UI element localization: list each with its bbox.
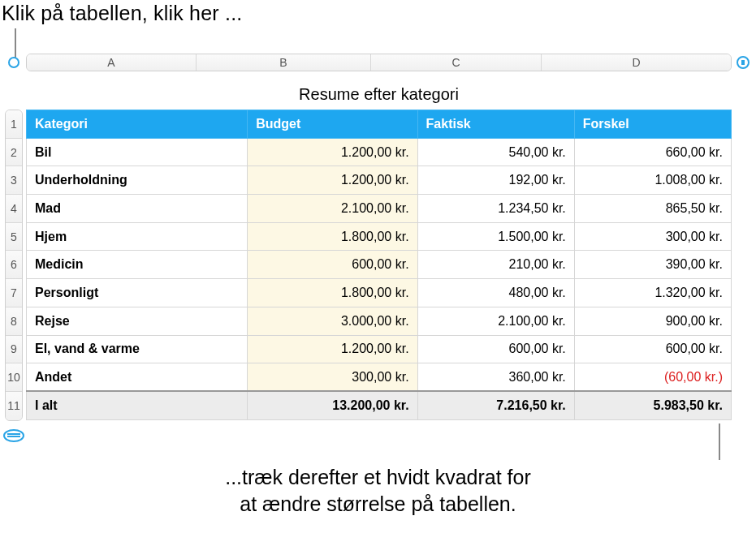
table-select-circle-icon [8,57,19,68]
cell-forskel[interactable]: 600,00 kr. [574,335,731,363]
table-row: Medicin 600,00 kr. 210,00 kr. 390,00 kr. [27,251,732,279]
cell-kategori[interactable]: Hjem [27,222,248,251]
column-header-b[interactable]: B [197,54,371,71]
callout-bottom-leader [719,423,720,460]
cell-faktisk[interactable]: 210,00 kr. [417,251,574,279]
table-select-handle[interactable] [2,52,26,73]
table-row: Mad 2.100,00 kr. 1.234,50 kr. 865,50 kr. [27,195,732,223]
row-header-bar: 1 2 3 4 5 6 7 8 9 10 11 [2,80,26,442]
cell-faktisk[interactable]: 1.234,50 kr. [417,195,574,223]
th-faktisk[interactable]: Faktisk [417,110,574,139]
cell-total-faktisk[interactable]: 7.216,50 kr. [417,391,574,419]
add-row-handle[interactable] [3,429,24,442]
row-header-8[interactable]: 8 [6,307,22,336]
column-header-bar: A B C D [2,52,754,73]
cell-forskel[interactable]: 900,00 kr. [574,307,731,335]
th-budget[interactable]: Budget [248,110,417,139]
cell-budget[interactable]: 1.200,00 kr. [248,335,417,363]
cell-budget[interactable]: 1.200,00 kr. [248,138,417,166]
cell-kategori[interactable]: Medicin [27,251,248,279]
cell-forskel[interactable]: 390,00 kr. [574,251,731,279]
cell-faktisk[interactable]: 480,00 kr. [417,279,574,307]
table-wrapper: Resume efter kategori Kategori Budget Fa… [26,80,732,442]
cell-faktisk[interactable]: 540,00 kr. [417,138,574,166]
column-headers: A B C D [26,54,732,71]
cell-faktisk[interactable]: 192,00 kr. [417,166,574,195]
callout-bottom-line2: at ændre størrelse på tabellen. [240,492,516,515]
cell-budget[interactable]: 3.000,00 kr. [248,307,417,335]
table-header-row: Kategori Budget Faktisk Forskel [27,110,732,139]
table-row: Personligt 1.800,00 kr. 480,00 kr. 1.320… [27,279,732,307]
cell-forskel[interactable]: 300,00 kr. [574,222,731,251]
row-header-10[interactable]: 10 [6,363,22,392]
row-header-1[interactable]: 1 [6,110,22,139]
cell-forskel[interactable]: 660,00 kr. [574,138,731,166]
table-row: Rejse 3.000,00 kr. 2.100,00 kr. 900,00 k… [27,307,732,335]
columns-handle-icon [737,56,750,69]
column-header-d[interactable]: D [542,54,731,71]
table-total-row: I alt 13.200,00 kr. 7.216,50 kr. 5.983,5… [27,391,732,419]
table-row: Bil 1.200,00 kr. 540,00 kr. 660,00 kr. [27,138,732,166]
row-header-6[interactable]: 6 [6,251,22,279]
row-header-4[interactable]: 4 [6,195,22,223]
cell-total-budget[interactable]: 13.200,00 kr. [248,391,417,419]
column-header-c[interactable]: C [371,54,542,71]
budget-table: Kategori Budget Faktisk Forskel Bil 1.20… [26,110,732,420]
cell-forskel[interactable]: (60,00 kr.) [574,363,731,392]
cell-kategori[interactable]: Andet [27,363,248,392]
cell-kategori[interactable]: Bil [27,138,248,166]
cell-budget[interactable]: 300,00 kr. [248,363,417,392]
table-row: Hjem 1.800,00 kr. 1.500,00 kr. 300,00 kr… [27,222,732,251]
row-header-5[interactable]: 5 [6,223,22,252]
cell-forskel[interactable]: 1.008,00 kr. [574,166,731,195]
row-header-9[interactable]: 9 [6,336,22,364]
cell-kategori[interactable]: Mad [27,195,248,223]
cell-faktisk[interactable]: 600,00 kr. [417,335,574,363]
cell-budget[interactable]: 600,00 kr. [248,251,417,279]
cell-forskel[interactable]: 1.320,00 kr. [574,279,731,307]
table-title[interactable]: Resume efter kategori [26,80,732,110]
add-column-handle[interactable] [732,56,754,69]
cell-kategori[interactable]: Personligt [27,279,248,307]
cell-kategori[interactable]: Underholdning [27,166,248,195]
cell-faktisk[interactable]: 2.100,00 kr. [417,307,574,335]
column-header-a[interactable]: A [27,54,197,71]
row-header-3[interactable]: 3 [6,166,22,195]
spreadsheet-frame: A B C D 1 2 3 4 5 6 7 8 9 10 11 [2,52,754,442]
table-row: Underholdning 1.200,00 kr. 192,00 kr. 1.… [27,166,732,195]
cell-total-forskel[interactable]: 5.983,50 kr. [574,391,731,419]
cell-total-label[interactable]: I alt [27,391,248,419]
cell-faktisk[interactable]: 360,00 kr. [417,363,574,392]
th-forskel[interactable]: Forskel [574,110,731,139]
row-headers: 1 2 3 4 5 6 7 8 9 10 11 [5,110,23,421]
callout-bottom: ...træk derefter et hvidt kvadrat for at… [0,464,756,517]
callout-top: Klik på tabellen, klik her ... [2,2,242,25]
cell-kategori[interactable]: El, vand & varme [27,335,248,363]
cell-budget[interactable]: 1.800,00 kr. [248,279,417,307]
cell-budget[interactable]: 1.800,00 kr. [248,222,417,251]
table-row: Andet 300,00 kr. 360,00 kr. (60,00 kr.) [27,363,732,392]
cell-kategori[interactable]: Rejse [27,307,248,335]
row-header-7[interactable]: 7 [6,279,22,307]
th-kategori[interactable]: Kategori [27,110,248,139]
table-row: El, vand & varme 1.200,00 kr. 600,00 kr.… [27,335,732,363]
cell-budget[interactable]: 2.100,00 kr. [248,195,417,223]
cell-forskel[interactable]: 865,50 kr. [574,195,731,223]
row-header-2[interactable]: 2 [6,139,22,167]
row-header-11[interactable]: 11 [6,392,22,420]
callout-bottom-line1: ...træk derefter et hvidt kvadrat for [225,466,531,488]
cell-budget[interactable]: 1.200,00 kr. [248,166,417,195]
cell-faktisk[interactable]: 1.500,00 kr. [417,222,574,251]
